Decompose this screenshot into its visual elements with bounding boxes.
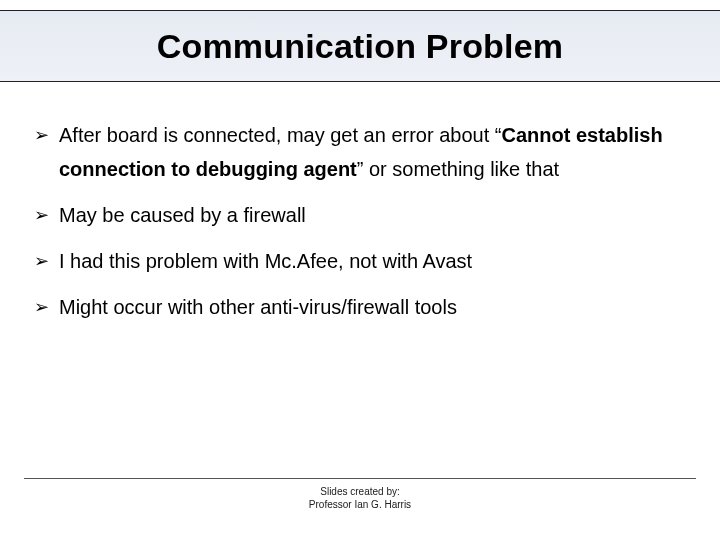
list-item: ➢ After board is connected, may get an e…	[34, 118, 686, 186]
bullet-marker-icon: ➢	[34, 200, 49, 231]
list-item: ➢ Might occur with other anti-virus/fire…	[34, 290, 686, 324]
bullet-text: Might occur with other anti-virus/firewa…	[59, 290, 686, 324]
bullet-marker-icon: ➢	[34, 246, 49, 277]
bullet-text: After board is connected, may get an err…	[59, 118, 686, 186]
list-item: ➢ May be caused by a firewall	[34, 198, 686, 232]
bullet-marker-icon: ➢	[34, 292, 49, 323]
footer-credit: Slides created by: Professor Ian G. Harr…	[0, 486, 720, 511]
bullet-list: ➢ After board is connected, may get an e…	[34, 118, 686, 336]
footer-divider	[24, 478, 696, 479]
bullet-text: May be caused by a firewall	[59, 198, 686, 232]
title-band: Communication Problem	[0, 10, 720, 82]
slide-title: Communication Problem	[157, 27, 564, 66]
list-item: ➢ I had this problem with Mc.Afee, not w…	[34, 244, 686, 278]
bullet-marker-icon: ➢	[34, 120, 49, 151]
footer-line: Slides created by:	[0, 486, 720, 499]
footer-line: Professor Ian G. Harris	[0, 499, 720, 512]
bullet-text: I had this problem with Mc.Afee, not wit…	[59, 244, 686, 278]
